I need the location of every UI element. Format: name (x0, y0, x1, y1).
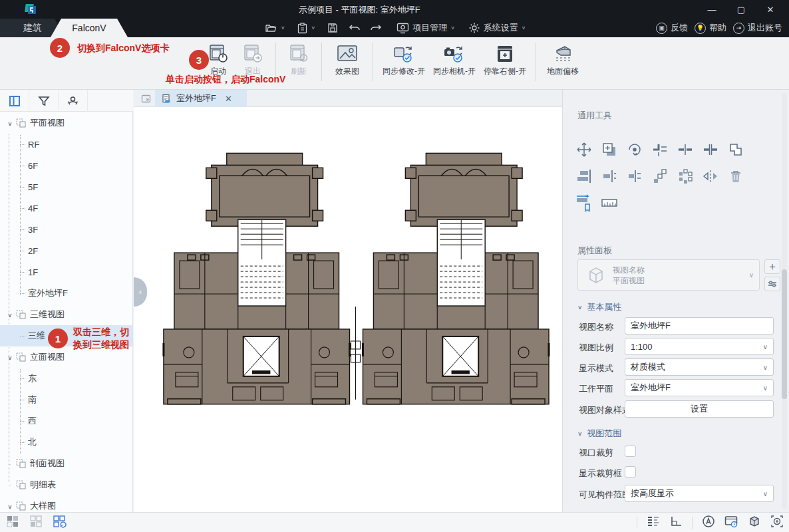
tree-label: 三维视图 (30, 309, 65, 321)
dock-right-toggle[interactable]: 停靠右侧-开 (480, 41, 530, 80)
floor-plan-canvas[interactable] (134, 107, 562, 512)
rotate-tool[interactable] (626, 141, 643, 158)
grid-viewport-icon[interactable] (30, 515, 43, 531)
multi-viewport-icon[interactable] (7, 515, 19, 531)
float-window-button[interactable] (138, 92, 154, 105)
refresh-button[interactable]: 刷新 (281, 41, 316, 80)
logout-button[interactable]: ⇥ 退出账号 (733, 22, 782, 34)
delete-tool[interactable] (727, 168, 744, 185)
align-center-tool[interactable] (601, 168, 618, 185)
work-plane-select[interactable]: 室外地坪F∨ (625, 379, 774, 396)
redo-icon[interactable] (370, 23, 382, 33)
add-type-button[interactable]: ＋ (764, 259, 780, 274)
split-element-tool[interactable] (677, 141, 694, 158)
tree-item-3f[interactable]: 3F (0, 219, 133, 240)
refresh-icon (288, 44, 309, 64)
type-settings-button[interactable] (764, 277, 780, 291)
align-distribute-tool[interactable] (626, 168, 643, 185)
display-mode-select[interactable]: 材质模式∨ (625, 358, 774, 376)
type-selector-chevron-icon[interactable]: ∨ (749, 271, 754, 279)
section-basic-properties[interactable]: ∨ 基本属性 (577, 301, 621, 313)
open-file-dropdown-icon[interactable]: ∨ (281, 25, 285, 31)
tree-item-south[interactable]: 南 (0, 389, 133, 410)
open-file-icon[interactable] (265, 23, 277, 33)
sync-edit-toggle[interactable]: 同步修改-开 (379, 41, 429, 80)
view-scale-select[interactable]: 1:100∨ (625, 338, 774, 355)
document-tab-site-plan[interactable]: 室外地坪F ✕ (155, 90, 247, 107)
chevron-down-icon[interactable]: ∨ (5, 311, 15, 318)
system-settings-menu[interactable]: 系统设置 ∨ (468, 22, 526, 34)
paste-dropdown-icon[interactable]: ∨ (311, 25, 316, 31)
document-tab-close-icon[interactable]: ✕ (225, 94, 232, 104)
type-selector[interactable]: 视图名称 平面视图 ∨ (577, 259, 760, 291)
tree-item-2f[interactable]: 2F (0, 240, 133, 261)
chevron-down-icon[interactable]: ∨ (5, 120, 15, 126)
view-monitor-icon[interactable] (724, 515, 738, 531)
tree-item-rf[interactable]: RF (0, 134, 133, 155)
project-management-menu[interactable]: 项目管理 ∨ (396, 22, 455, 34)
ground-offset-button[interactable]: 地面偏移 (542, 41, 584, 80)
show-cropbox-checkbox[interactable] (625, 466, 636, 477)
document-icon (162, 94, 172, 104)
panel-scrollbar-thumb[interactable] (782, 269, 787, 399)
undo-icon[interactable] (349, 23, 361, 33)
sync-camera-toggle[interactable]: 同步相机-开 (429, 41, 480, 80)
mirror-tool[interactable] (702, 168, 719, 185)
shaded-cube-icon[interactable] (748, 515, 761, 531)
tree-item-5f[interactable]: 5F (0, 176, 133, 198)
tree-group-plan-views[interactable]: ∨ 平面视图 (0, 112, 133, 134)
object-style-label: 视图对象样式 (579, 404, 631, 416)
split-with-gap-tool[interactable] (702, 141, 719, 158)
tree-item-4f[interactable]: 4F (0, 198, 133, 219)
tree-item-6f[interactable]: 6F (0, 155, 133, 176)
visible-range-select[interactable]: 按高度显示∨ (625, 485, 774, 502)
move-tool[interactable] (575, 141, 593, 158)
crop-region-icon[interactable] (669, 515, 683, 530)
measure-tool[interactable] (601, 194, 618, 211)
save-icon[interactable] (327, 23, 338, 33)
start-icon (208, 44, 229, 64)
tree-item-1f[interactable]: 1F (0, 261, 133, 283)
chevron-down-icon[interactable]: ∨ (5, 503, 15, 509)
paste-icon[interactable] (297, 23, 307, 34)
tree-item-north[interactable]: 北 (0, 432, 133, 453)
view-name-input[interactable]: 室外地坪F (625, 317, 774, 334)
radial-array-tool[interactable] (677, 168, 694, 185)
viewport-crop-checkbox[interactable] (625, 446, 636, 457)
close-button[interactable]: ✕ (756, 0, 785, 19)
annotation-visibility-icon[interactable] (702, 515, 715, 531)
zoom-extents-icon[interactable] (770, 515, 784, 531)
match-properties-tool[interactable] (727, 141, 744, 158)
trim-extend-tool[interactable] (651, 141, 669, 158)
panel-scrollbar[interactable] (782, 93, 787, 509)
tree-group-sections[interactable]: · 剖面视图 (0, 453, 133, 474)
minimize-button[interactable]: — (697, 0, 726, 19)
tab-falconv[interactable]: FalconV (51, 19, 128, 37)
feedback-button[interactable]: ▣ 反馈 (656, 22, 688, 34)
element-list-icon[interactable] (647, 515, 660, 530)
tree-item-west[interactable]: 西 (0, 410, 133, 432)
linear-array-tool[interactable] (651, 168, 669, 185)
view-group-icon (16, 480, 26, 489)
object-style-settings-button[interactable]: 设置 (625, 400, 774, 418)
help-button[interactable]: 💡 帮助 (695, 22, 726, 34)
type-selector-line2: 平面视图 (613, 275, 645, 286)
maximize-button[interactable]: ▢ (726, 0, 756, 19)
tree-group-schedules[interactable]: · 明细表 (0, 474, 133, 495)
project-management-icon (396, 23, 409, 34)
panel-toggle-button[interactable] (0, 90, 29, 112)
filter-button[interactable] (29, 90, 59, 112)
align-tool[interactable] (575, 168, 593, 185)
tree-group-3d-views[interactable]: ∨ 三维视图 (0, 304, 133, 325)
tree-item-east[interactable]: 东 (0, 368, 133, 389)
window-title: 示例项目 - 平面视图: 室外地坪F (299, 4, 420, 16)
section-view-range[interactable]: ∨ 视图范围 (577, 428, 621, 440)
render-image-button[interactable]: 效果图 (327, 41, 367, 80)
copy-tool[interactable] (601, 141, 618, 158)
offset-tool[interactable] (575, 194, 593, 211)
chevron-down-icon[interactable]: ∨ (5, 354, 15, 360)
tree-item-site-plan[interactable]: 室外地坪F (0, 283, 133, 304)
tree-group-details[interactable]: ∨ 大样图 (0, 495, 133, 512)
reset-viewport-icon[interactable] (53, 515, 67, 531)
locate-button[interactable] (59, 90, 88, 112)
